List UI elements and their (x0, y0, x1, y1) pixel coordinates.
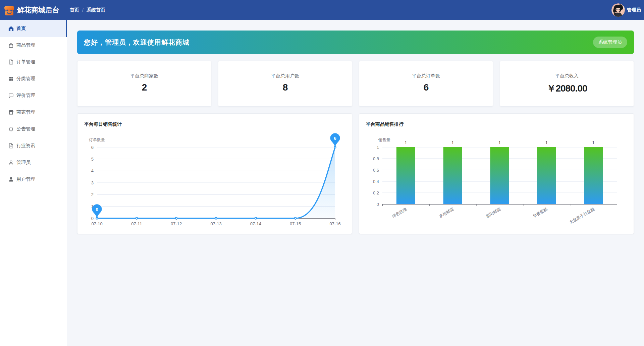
svg-text:1: 1 (498, 140, 501, 145)
svg-text:3: 3 (91, 180, 94, 185)
stat-label: 平台总收入 (500, 73, 634, 79)
brand: 鲜花商城后台 (0, 5, 67, 16)
svg-text:早餐蛋糕: 早餐蛋糕 (532, 207, 548, 219)
svg-text:大盆君子兰盆栽: 大盆君子兰盆栽 (569, 207, 595, 225)
app-title: 鲜花商城后台 (17, 5, 59, 15)
breadcrumb-current: 系统首页 (87, 7, 105, 13)
svg-text:6: 6 (91, 145, 94, 150)
svg-text:07-12: 07-12 (171, 221, 182, 226)
sidebar-item-label: 行业资讯 (16, 143, 35, 149)
svg-text:07-13: 07-13 (210, 221, 221, 226)
stat-value: ￥2080.00 (500, 82, 634, 95)
sidebar-item-6[interactable]: 公告管理 (0, 121, 67, 137)
stat-value: 8 (218, 82, 352, 93)
user-icon (8, 177, 14, 182)
svg-text:订单数量: 订单数量 (89, 137, 105, 142)
sidebar-item-3[interactable]: 分类管理 (0, 70, 67, 87)
category-icon (8, 76, 14, 81)
bell-icon (8, 126, 14, 132)
svg-text:绿色玫瑰: 绿色玫瑰 (391, 207, 408, 219)
svg-text:07-16: 07-16 (329, 221, 340, 226)
breadcrumb-separator: / (82, 7, 84, 13)
svg-text:07-14: 07-14 (250, 221, 261, 226)
shop-logo-icon (4, 5, 14, 16)
welcome-banner: 您好，管理员，欢迎使用鲜花商城 系统管理员 (77, 31, 634, 54)
svg-text:0.2: 0.2 (373, 190, 379, 195)
stat-label: 平台总订单数 (359, 73, 493, 79)
top-navbar: 鲜花商城后台 首页 / 系统首页 (0, 0, 644, 20)
stat-label: 平台总用户数 (218, 73, 352, 79)
stat-value: 2 (77, 82, 211, 93)
admin-icon (8, 160, 14, 165)
main-content: 您好，管理员，欢迎使用鲜花商城 系统管理员 平台总商家数2平台总用户数8平台总订… (67, 20, 644, 346)
svg-text:慰问鲜花: 慰问鲜花 (485, 207, 501, 219)
stat-card-2: 平台总订单数6 (359, 61, 493, 107)
svg-text:1: 1 (545, 140, 548, 145)
sidebar-item-9[interactable]: 用户管理 (0, 171, 67, 188)
stat-card-0: 平台总商家数2 (77, 61, 211, 107)
user-avatar[interactable] (611, 3, 625, 17)
news-icon (8, 143, 14, 149)
sidebar-item-label: 订单管理 (16, 59, 35, 65)
sidebar-item-4[interactable]: 评价管理 (0, 87, 67, 104)
line-chart-title: 平台每日销售统计 (84, 121, 122, 127)
svg-text:0: 0 (91, 216, 94, 221)
stat-label: 平台总商家数 (77, 73, 211, 79)
svg-text:2: 2 (91, 192, 94, 197)
svg-text:07-11: 07-11 (131, 221, 142, 226)
home-icon (8, 26, 14, 31)
sidebar-item-label: 分类管理 (16, 76, 35, 82)
svg-text:0.8: 0.8 (373, 156, 379, 161)
sidebar-item-7[interactable]: 行业资讯 (0, 137, 67, 154)
sidebar-item-label: 评价管理 (16, 93, 35, 99)
svg-text:1: 1 (405, 140, 407, 145)
svg-text:1: 1 (592, 140, 594, 145)
sidebar: 首页商品管理订单管理分类管理评价管理商家管理公告管理行业资讯管理员用户管理 (0, 20, 67, 346)
charts-row: 订单数量012345607-1007-1107-1207-1307-1407-1… (77, 113, 634, 234)
comment-icon (8, 93, 14, 98)
navbar-user[interactable]: 管理员 (611, 3, 644, 17)
bar-chart-title: 平台商品销售排行 (366, 121, 404, 127)
sidebar-item-label: 商品管理 (16, 42, 35, 48)
welcome-text: 您好，管理员，欢迎使用鲜花商城 (84, 38, 190, 47)
svg-text:0.6: 0.6 (373, 168, 379, 173)
svg-text:6: 6 (334, 136, 336, 141)
svg-text:水培鲜花: 水培鲜花 (438, 207, 455, 219)
sidebar-item-2[interactable]: 订单管理 (0, 54, 67, 70)
svg-text:0: 0 (377, 202, 379, 207)
svg-text:0: 0 (96, 207, 98, 212)
sidebar-item-label: 公告管理 (16, 126, 35, 132)
product-rank-chart-card: 销售量00.20.40.60.811绿色玫瑰1水培鲜花1慰问鲜花1早餐蛋糕1大盆… (359, 113, 634, 234)
stat-card-3: 平台总收入￥2080.00 (500, 61, 634, 107)
svg-text:07-10: 07-10 (91, 221, 102, 226)
order-icon (8, 59, 14, 65)
stats-row: 平台总商家数2平台总用户数8平台总订单数6平台总收入￥2080.00 (77, 61, 634, 107)
goods-icon (8, 43, 14, 48)
svg-text:07-15: 07-15 (290, 221, 301, 226)
sidebar-item-label: 管理员 (16, 160, 31, 166)
stat-card-1: 平台总用户数8 (218, 61, 352, 107)
stat-value: 6 (359, 82, 493, 93)
daily-sales-chart-card: 订单数量012345607-1007-1107-1207-1307-1407-1… (77, 113, 352, 234)
breadcrumb: 首页 / 系统首页 (70, 7, 105, 13)
sidebar-item-label: 首页 (16, 25, 26, 32)
role-badge: 系统管理员 (593, 37, 627, 48)
sidebar-item-1[interactable]: 商品管理 (0, 37, 67, 54)
sidebar-item-label: 商家管理 (16, 109, 35, 115)
sidebar-item-5[interactable]: 商家管理 (0, 104, 67, 121)
svg-text:4: 4 (91, 168, 94, 173)
sidebar-item-0[interactable]: 首页 (0, 20, 67, 37)
breadcrumb-home[interactable]: 首页 (70, 7, 79, 13)
shop-icon (8, 110, 14, 115)
user-name: 管理员 (627, 7, 641, 13)
svg-text:5: 5 (91, 157, 94, 162)
svg-text:1: 1 (377, 145, 379, 150)
sidebar-item-label: 用户管理 (16, 176, 35, 182)
svg-text:0.4: 0.4 (373, 179, 379, 184)
svg-text:1: 1 (451, 140, 454, 145)
sidebar-item-8[interactable]: 管理员 (0, 154, 67, 171)
svg-text:销售量: 销售量 (378, 137, 390, 142)
